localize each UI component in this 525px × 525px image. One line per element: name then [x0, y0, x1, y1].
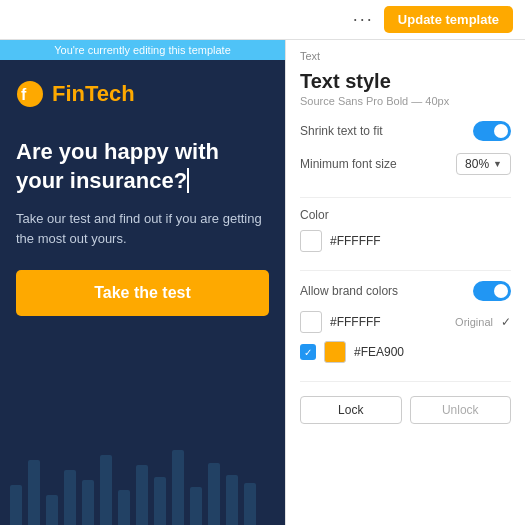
- brand-color-white-value: #FFFFFF: [330, 315, 447, 329]
- logo-area: f FinTech: [16, 80, 269, 108]
- min-font-value: 80%: [465, 157, 489, 171]
- panel-subtitle: Source Sans Pro Bold — 40px: [300, 95, 511, 107]
- min-font-size-row: Minimum font size 80% ▼: [300, 153, 511, 175]
- editing-banner: You're currently editing this template: [0, 40, 285, 60]
- lock-button[interactable]: Lock: [300, 396, 402, 424]
- logo-icon: f: [16, 80, 44, 108]
- main-layout: You're currently editing this template f…: [0, 40, 525, 525]
- brand-color-white-row: #FFFFFF Original ✓: [300, 311, 511, 333]
- bg-bar-6: [100, 455, 112, 525]
- logo-text: FinTech: [52, 81, 135, 107]
- bg-bar-5: [82, 480, 94, 525]
- checkmark-icon: ✓: [501, 315, 511, 329]
- allow-brand-label: Allow brand colors: [300, 284, 398, 298]
- brand-color-orange-value: #FEA900: [354, 345, 511, 359]
- divider-1: [300, 197, 511, 198]
- bg-bar-13: [226, 475, 238, 525]
- bg-bar-2: [28, 460, 40, 525]
- update-template-button[interactable]: Update template: [384, 6, 513, 33]
- bg-bar-12: [208, 463, 220, 525]
- bg-bar-7: [118, 490, 130, 525]
- brand-color-orange-checkbox[interactable]: ✓: [300, 344, 316, 360]
- bg-bar-14: [244, 483, 256, 525]
- divider-2: [300, 270, 511, 271]
- preview-panel: You're currently editing this template f…: [0, 40, 285, 525]
- bg-bar-11: [190, 487, 202, 525]
- more-options-icon[interactable]: ···: [353, 9, 374, 30]
- shrink-to-fit-row: Shrink text to fit: [300, 121, 511, 141]
- logo-tech: Tech: [85, 81, 135, 106]
- svg-text:f: f: [21, 86, 27, 103]
- headline: Are you happy with your insurance?: [16, 138, 269, 195]
- shrink-to-fit-label: Shrink text to fit: [300, 124, 383, 138]
- panel-title: Text style: [300, 70, 511, 93]
- bg-decoration: [0, 445, 285, 525]
- color-row-white: #FFFFFF: [300, 230, 511, 252]
- allow-brand-toggle[interactable]: [473, 281, 511, 301]
- min-font-size-label: Minimum font size: [300, 157, 397, 171]
- text-cursor: [187, 168, 189, 193]
- bg-bar-3: [46, 495, 58, 525]
- settings-panel: Text Text style Source Sans Pro Bold — 4…: [285, 40, 525, 525]
- logo-fin: Fin: [52, 81, 85, 106]
- lock-unlock-row: Lock Unlock: [300, 396, 511, 424]
- min-font-size-dropdown[interactable]: 80% ▼: [456, 153, 511, 175]
- divider-3: [300, 381, 511, 382]
- dropdown-arrow-icon: ▼: [493, 159, 502, 169]
- color-value-white: #FFFFFF: [330, 234, 511, 248]
- color-section-label: Color: [300, 208, 511, 222]
- unlock-button[interactable]: Unlock: [410, 396, 512, 424]
- brand-swatch-orange[interactable]: [324, 341, 346, 363]
- brand-color-orange-row: ✓ #FEA900: [300, 341, 511, 363]
- brand-swatch-white[interactable]: [300, 311, 322, 333]
- cta-button[interactable]: Take the test: [16, 270, 269, 316]
- bg-bar-4: [64, 470, 76, 525]
- subtext: Take our test and find out if you are ge…: [16, 209, 269, 248]
- preview-content: f FinTech Are you happy with your insura…: [0, 60, 285, 525]
- allow-brand-row: Allow brand colors: [300, 281, 511, 301]
- toolbar: ··· Update template: [0, 0, 525, 40]
- bg-bar-9: [154, 477, 166, 525]
- brand-color-white-tag: Original: [455, 316, 493, 328]
- shrink-to-fit-toggle[interactable]: [473, 121, 511, 141]
- panel-breadcrumb: Text: [300, 50, 511, 62]
- bg-bar-8: [136, 465, 148, 525]
- bg-bar-1: [10, 485, 22, 525]
- color-swatch-white[interactable]: [300, 230, 322, 252]
- bg-bar-10: [172, 450, 184, 525]
